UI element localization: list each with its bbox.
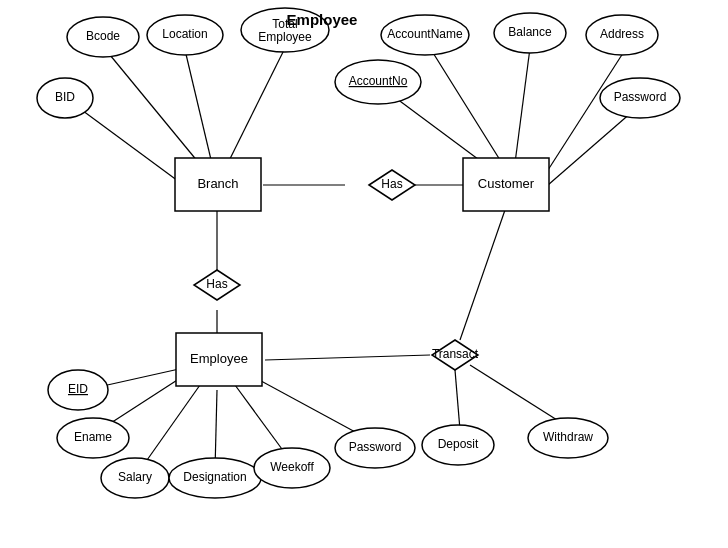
location-label: Location [162,27,207,41]
svg-line-20 [460,210,505,340]
account-name-label: AccountName [387,27,463,41]
bid-label: BID [55,90,75,104]
ename-label: Ename [74,430,112,444]
deposit-label: Deposit [438,437,479,451]
svg-line-10 [385,90,490,168]
weekoff-label: Weekoff [270,460,314,474]
has-be-label: Has [206,277,227,291]
balance-label: Balance [508,25,552,39]
svg-line-7 [515,48,530,163]
bcode-label: Bcode [86,29,120,43]
er-diagram: Branch Customer Employee Has Has Transac… [0,0,728,548]
total-employee-label2: Employee [258,30,312,44]
branch-label: Branch [197,176,238,191]
customer-label: Customer [478,176,535,191]
password-customer-label: Password [614,90,667,104]
svg-line-21 [455,370,460,430]
transact-label: Transact [432,347,479,361]
svg-line-22 [470,365,565,425]
account-no-label: AccountNo [349,74,408,88]
eid-label: EID [68,382,88,396]
svg-line-6 [430,48,505,168]
address-label: Address [600,27,644,41]
svg-line-19 [265,355,430,360]
employee-label: Employee [190,351,248,366]
employee-top-label: Employee [287,11,358,28]
withdraw-label: Withdraw [543,430,593,444]
designation-label: Designation [183,470,246,484]
salary-label: Salary [118,470,152,484]
has-bc-label: Has [381,177,402,191]
password-employee-label: Password [349,440,402,454]
